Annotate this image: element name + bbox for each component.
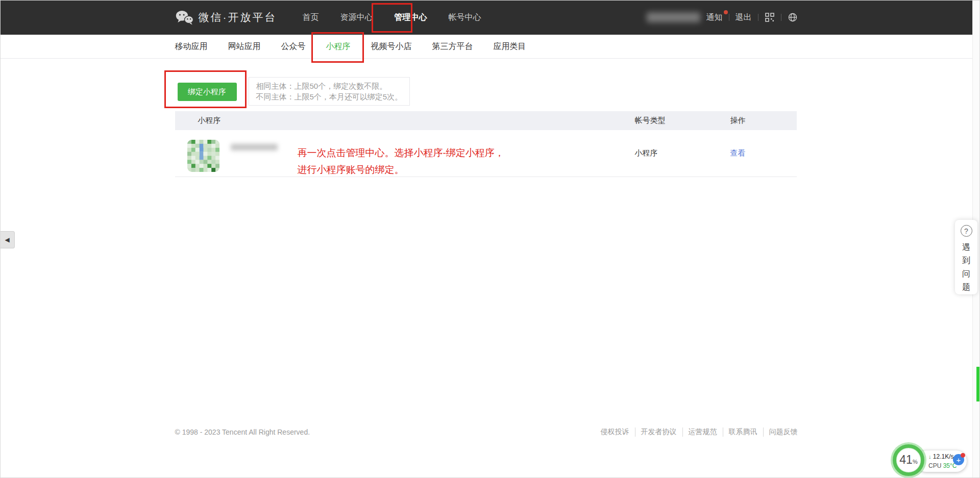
tab-app-category[interactable]: 应用类目	[494, 41, 526, 52]
download-arrow-icon: ↓	[928, 454, 932, 460]
notice-link[interactable]: 通知	[706, 12, 723, 23]
edge-green-indicator	[976, 367, 980, 401]
memory-percent-unit: %	[913, 459, 918, 465]
secondary-nav: 移动应用 网站应用 公众号 小程序 视频号小店 第三方平台 应用类目	[0, 35, 972, 59]
help-char: 到	[962, 254, 970, 267]
footer-link-developer-agreement[interactable]: 开发者协议	[635, 427, 682, 437]
monitor-alert-dot	[961, 453, 965, 458]
top-navigation-bar: 微信·开放平台 首页 资源中心 管理中心 帐号中心 通知 退出	[0, 0, 972, 35]
divider	[729, 14, 729, 21]
net-speed-value: 12.1K/s	[933, 453, 954, 460]
header-account-type: 帐号类型	[635, 116, 730, 125]
footer-link-contact-tencent[interactable]: 联系腾讯	[723, 427, 763, 437]
system-monitor-widget: 41% ↓ 12.1K/s CPU 35°C +	[893, 444, 974, 478]
view-link[interactable]: 查看	[730, 148, 746, 157]
monitor-plus-button[interactable]: +	[953, 454, 964, 465]
memory-usage-ring[interactable]: 41%	[893, 444, 924, 476]
footer-links: 侵权投诉 开发者协议 运营规范 联系腾讯 问题反馈	[595, 427, 798, 437]
account-name-blurred[interactable]	[647, 12, 700, 22]
help-char: 问	[962, 267, 970, 281]
header-action: 操作	[730, 116, 797, 125]
monitor-stats: ↓ 12.1K/s CPU 35°C	[928, 452, 957, 470]
top-nav: 首页 资源中心 管理中心 帐号中心	[303, 12, 481, 23]
logout-link[interactable]: 退出	[736, 12, 752, 23]
question-mark-icon: ?	[961, 225, 972, 237]
footer: © 1998 - 2023 Tencent All Right Reserved…	[0, 427, 972, 437]
main-content: 绑定小程序 相同主体：上限50个，绑定次数不限。 不同主体：上限5个，本月还可以…	[0, 59, 972, 177]
binding-rules-box: 相同主体：上限50个，绑定次数不限。 不同主体：上限5个，本月还可以绑定5次。	[249, 77, 410, 106]
top-right-cluster: 通知 退出	[647, 12, 798, 23]
tab-channels-shop[interactable]: 视频号小店	[371, 41, 412, 52]
footer-link-feedback[interactable]: 问题反馈	[763, 427, 798, 437]
tutorial-annotation-text: 再一次点击管理中心。选择小程序-绑定小程序， 进行小程序账号的绑定。	[298, 144, 504, 178]
divider	[758, 14, 758, 21]
brand-title: 微信·开放平台	[199, 10, 277, 24]
app-name-blurred	[231, 144, 278, 150]
qr-code-icon[interactable]	[765, 12, 775, 22]
memory-percent-value: 41	[899, 448, 913, 471]
account-type-value: 小程序	[635, 148, 730, 158]
notice-badge-dot	[724, 10, 728, 14]
tab-third-party-platform[interactable]: 第三方平台	[432, 41, 473, 52]
app-cell: 再一次点击管理中心。选择小程序-绑定小程序， 进行小程序账号的绑定。	[175, 130, 635, 177]
nav-management-center[interactable]: 管理中心	[395, 12, 427, 23]
collapse-arrow-icon: ◀	[5, 236, 9, 243]
tab-official-account[interactable]: 公众号	[281, 41, 306, 52]
cpu-label: CPU	[928, 462, 941, 469]
app-icon-pixelated	[187, 140, 219, 172]
help-char: 题	[962, 281, 970, 294]
binding-rule-line1: 相同主体：上限50个，绑定次数不限。	[256, 81, 403, 91]
mini-program-table: 小程序 帐号类型 操作	[175, 111, 797, 177]
tab-mobile-app[interactable]: 移动应用	[175, 41, 208, 52]
footer-link-operation-rules[interactable]: 运营规范	[682, 427, 723, 437]
tab-mini-program[interactable]: 小程序	[326, 41, 351, 52]
globe-language-icon[interactable]	[788, 12, 798, 22]
brand: 微信·开放平台	[175, 9, 277, 26]
plus-icon: +	[957, 456, 961, 464]
wechat-logo-icon	[175, 9, 193, 26]
nav-resource-center[interactable]: 资源中心	[340, 12, 373, 23]
tab-website-app[interactable]: 网站应用	[228, 41, 261, 52]
binding-rule-line2: 不同主体：上限5个，本月还可以绑定5次。	[256, 91, 403, 102]
help-widget[interactable]: ? 遇 到 问 题	[955, 220, 977, 294]
nav-home[interactable]: 首页	[303, 12, 319, 23]
divider	[781, 14, 781, 21]
nav-account-center[interactable]: 帐号中心	[449, 12, 481, 23]
bind-mini-program-button[interactable]: 绑定小程序	[178, 83, 237, 101]
table-row: 再一次点击管理中心。选择小程序-绑定小程序， 进行小程序账号的绑定。 小程序 查…	[175, 130, 797, 177]
header-mini-program: 小程序	[175, 116, 635, 125]
copyright-text: © 1998 - 2023 Tencent All Right Reserved…	[175, 428, 310, 436]
help-char: 遇	[962, 241, 970, 254]
table-header-row: 小程序 帐号类型 操作	[175, 111, 797, 130]
footer-link-infringement[interactable]: 侵权投诉	[595, 427, 635, 437]
sidebar-collapse-button[interactable]: ◀	[0, 231, 15, 248]
